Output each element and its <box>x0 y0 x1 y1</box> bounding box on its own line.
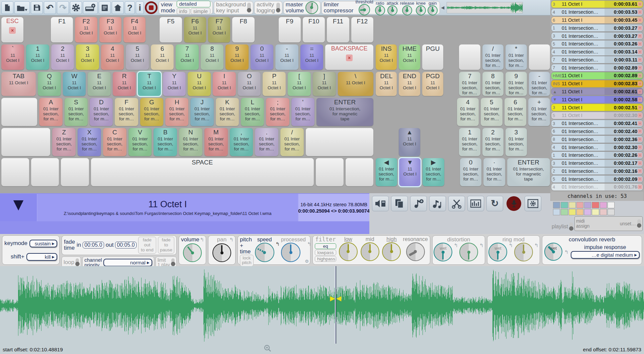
keymap-button[interactable] <box>83 1 98 14</box>
duplicate-key-button[interactable] <box>391 196 408 211</box>
palette-swatch[interactable] <box>569 202 576 208</box>
distortion-amount-reset-icon[interactable]: ↰ <box>479 243 484 261</box>
key-f1[interactable]: F1 <box>51 17 73 42</box>
channel-item[interactable]: 701 Intersection…0:00:02.89× <box>551 64 643 72</box>
key-a[interactable]: A01 Intersection,for m… <box>39 98 62 126</box>
channel-item[interactable]: 311 Octet I0:00:03.61× <box>551 0 643 8</box>
channel-close-button[interactable]: × <box>638 73 642 78</box>
key-7[interactable]: 701 Intersection,for m… <box>459 72 480 96</box>
channel-item[interactable]: 401 Intersection…0:00:01.76× <box>551 183 643 191</box>
key-▲[interactable]: ▲11Octet I <box>399 128 420 156</box>
key-][interactable]: ]11Octet I <box>313 72 336 96</box>
attack-knob[interactable] <box>387 5 397 15</box>
key-f11[interactable]: F11 <box>327 17 349 42</box>
channel-item[interactable]: 601 Intersection…0:00:02.40× <box>551 128 643 135</box>
channel-close-button[interactable]: × <box>638 2 642 6</box>
channel-close-button[interactable]: × <box>638 57 642 62</box>
palette-swatch[interactable] <box>553 202 560 208</box>
key-f4[interactable]: F411Octet I <box>123 17 146 42</box>
key-6[interactable]: 601 Intersection,for m… <box>504 98 526 126</box>
save-button[interactable] <box>31 1 43 14</box>
mid-knob[interactable] <box>361 242 379 261</box>
key-blank[interactable] <box>31 158 59 186</box>
key-/[interactable]: /01 Intersection,for m… <box>482 44 503 70</box>
key-9[interactable]: 911Octet I <box>225 44 248 70</box>
undo-button[interactable]: ↶ <box>44 1 56 14</box>
export-sound-button[interactable] <box>372 196 389 211</box>
channel-priority-dropdown[interactable]: normal▶ <box>103 259 152 266</box>
key-\[interactable]: \11 Octet I <box>338 72 373 96</box>
channel-item[interactable]: 611 Octet I0:00:03.45× <box>551 16 643 24</box>
trim-sound-button[interactable] <box>448 196 465 211</box>
speed-knob[interactable] <box>255 243 274 262</box>
key-f2[interactable]: F211Octet I <box>75 17 97 42</box>
key-q[interactable]: Q11Octet I <box>38 72 61 96</box>
background-key-input-toggle[interactable] <box>247 3 251 13</box>
key-1[interactable]: 111Octet I <box>26 44 49 70</box>
key-.[interactable]: .01 Intersection,for m… <box>255 128 278 156</box>
record-new-sound-button[interactable] <box>505 196 522 211</box>
ring-mod-wet-knob[interactable]: wet <box>488 243 507 261</box>
key-backspace[interactable]: BACKSPACE× <box>325 44 373 70</box>
channel-item[interactable]: 201 Intersection…0:00:02.16× <box>551 167 643 175</box>
reverb-wet-reset-icon[interactable]: ↰ <box>564 249 569 254</box>
key-x[interactable]: X01 Intersection,for m… <box>78 128 101 156</box>
notes-button[interactable] <box>99 1 111 14</box>
key-pgd[interactable]: PGD11Octet I <box>422 72 443 96</box>
distortion-amount-knob[interactable] <box>459 243 478 261</box>
speed-reset-icon[interactable]: ↰ <box>276 241 280 263</box>
key-g[interactable]: G01 Intersection,for m… <box>140 98 163 126</box>
palette-swatch[interactable] <box>561 209 568 215</box>
channel-close-button[interactable]: × <box>638 81 642 86</box>
distortion-wet-knob[interactable]: wet <box>434 243 452 261</box>
channel-item[interactable]: 301 Intersection…0:00:03.27× <box>551 32 643 40</box>
channel-close-button[interactable]: × <box>638 41 642 46</box>
midi-assign-box[interactable]: midiassign unset… <box>574 216 643 231</box>
key-'[interactable]: '01 Intersection,for m… <box>291 98 314 126</box>
key-▼[interactable]: ▼11Octet I <box>399 158 421 186</box>
knee-knob[interactable] <box>416 5 426 15</box>
key--[interactable]: -01 Intersection,for m… <box>529 72 550 96</box>
channel-close-button[interactable]: × <box>638 97 642 102</box>
key-*[interactable]: *01 Intersection,for m… <box>505 44 527 70</box>
palette-swatch[interactable] <box>584 209 591 215</box>
pan-reset-icon[interactable]: ↰ <box>229 237 234 242</box>
key-·[interactable]: ·01 Intersection,for m… <box>483 158 505 186</box>
processed-knob[interactable] <box>281 243 300 262</box>
key-c[interactable]: C01 Intersection,for m… <box>103 128 126 156</box>
key-blank[interactable] <box>306 128 373 156</box>
load-sound-button[interactable] <box>410 196 427 211</box>
key-f8[interactable]: F8 <box>232 17 254 42</box>
palette-swatch[interactable] <box>600 209 607 215</box>
key-hme[interactable]: HME11Octet I <box>399 44 420 70</box>
channel-item[interactable]: 401 Intersection…0:00:02.30× <box>551 143 643 151</box>
channel-close-button[interactable]: × <box>638 49 642 54</box>
channel-close-button[interactable]: × <box>638 113 642 118</box>
palette-swatch[interactable] <box>576 209 583 215</box>
channel-item[interactable]: 401 Intersection…0:00:03.14× <box>551 48 643 56</box>
pan-knob[interactable] <box>212 243 231 262</box>
key-l[interactable]: L01 Intersection,for m… <box>241 98 264 126</box>
channel-item[interactable]: ▲11 Octet I0:00:02.61× <box>551 88 643 96</box>
channel-close-button[interactable]: × <box>638 34 642 38</box>
key-blank[interactable] <box>1 128 50 156</box>
key-0[interactable]: 011Octet I <box>251 44 273 70</box>
fade-out-value[interactable]: 00:05.0 <box>115 242 136 248</box>
key-2[interactable]: 201 Intersection,for m… <box>482 128 503 156</box>
envelope-button[interactable] <box>467 196 484 211</box>
open-file-button[interactable] <box>14 1 30 14</box>
channel-close-button[interactable]: × <box>638 169 642 173</box>
view-info-option[interactable]: info <box>177 8 190 15</box>
key-p[interactable]: P11Octet I <box>263 72 286 96</box>
lock-pitch-button[interactable]: lockpitch <box>240 255 254 267</box>
fade-to-pause-button[interactable]: fade topause <box>158 237 174 254</box>
key-f5[interactable]: F5 <box>160 17 182 42</box>
key-/[interactable]: /01 Intersection,for m… <box>280 128 304 156</box>
palette-swatch[interactable] <box>592 202 599 208</box>
ring-mod-wet-reset-icon[interactable]: ↰ <box>509 243 513 261</box>
fade-out-to-end-button[interactable]: fade outto end <box>138 237 156 254</box>
palette-swatch[interactable] <box>576 202 583 208</box>
keymode-dropdown[interactable]: sustain▶ <box>29 240 57 247</box>
filter-eq-button[interactable]: eq <box>315 243 336 249</box>
key-b[interactable]: B01 Intersection,for m… <box>154 128 177 156</box>
